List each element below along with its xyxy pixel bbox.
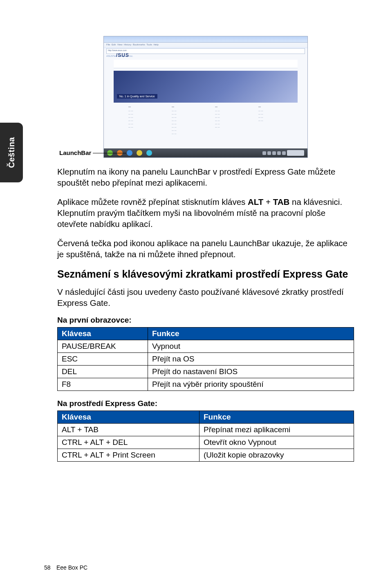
cell-key: CTRL + ALT + Print Screen — [58, 449, 199, 462]
table-row: CTRL + ALT + DEL Otevřít okno Vypnout — [58, 436, 354, 449]
hero-caption: No. 1 in Quality and Service — [117, 94, 157, 99]
launchbar-callout-label: LaunchBar — [59, 149, 91, 156]
th-key: Klávesa — [58, 328, 148, 340]
table-row: DEL Přejít do nastavení BIOS — [58, 366, 354, 378]
section-lead: V následující části jsou uvedeny často p… — [57, 286, 354, 308]
hero-banner: No. 1 in Quality and Service — [114, 71, 298, 103]
paragraph-2: Aplikace můžete rovněž přepínat stisknut… — [57, 196, 354, 229]
language-side-tab: Čeština — [0, 123, 23, 182]
launchbar-icon — [127, 150, 132, 156]
launchbar-icon — [137, 150, 142, 156]
tray-icon — [272, 151, 276, 155]
cell-key: CTRL + ALT + DEL — [58, 436, 199, 449]
tray-clock — [287, 150, 304, 156]
launchbar-icon — [146, 150, 152, 156]
browser-tabbar: ASUSTeK Computer Inc. — [104, 55, 307, 58]
cell-func: Otevřít okno Vypnout — [199, 436, 354, 449]
browser-window: File Edit View History Bookmarks Tools H… — [103, 36, 308, 158]
section-heading: Seznámení s klávesovými zkratkami prostř… — [57, 268, 354, 281]
shortcut-table-express-gate: Klávesa Funkce ALT + TAB Přepínat mezi a… — [57, 411, 354, 462]
p2-text-a: Aplikace můžete rovněž přepínat stisknut… — [57, 197, 248, 206]
cell-func: Přejít do nastavení BIOS — [148, 366, 354, 378]
launchbar-tray — [262, 150, 304, 156]
shortcut-table-first-screen: Klávesa Funkce PAUSE/BREAK Vypnout ESC P… — [57, 327, 354, 391]
cell-key: ALT + TAB — [58, 424, 199, 436]
cell-func: Přejít na OS — [148, 353, 354, 366]
tray-icon — [282, 151, 286, 155]
tray-icon — [262, 151, 266, 155]
browser-urlbar: http://www.asus.com — [106, 48, 305, 54]
p2-alt: ALT — [248, 197, 263, 206]
table-row: ESC Přejít na OS — [58, 353, 354, 366]
page-footer: 58 Eee Box PC — [44, 564, 87, 571]
col-2: —— —— —— —— —— —— —— —— — — [172, 105, 204, 135]
table-row: F8 Přejít na výběr priority spouštění — [58, 378, 354, 391]
paragraph-1: Klepnutím na ikony na panelu LaunchBar v… — [57, 166, 354, 188]
hero-topbar — [114, 60, 298, 68]
page-number: 58 — [44, 564, 55, 571]
tray-icon — [267, 151, 271, 155]
col-3: —— —— —— —— —— —— — — [215, 105, 248, 135]
asus-logo: /SUS — [116, 52, 129, 58]
col-4: —— —— —— —— — — [258, 105, 291, 135]
page-columns: —— —— —— —— —— —— — —— —— —— —— —— —— ——… — [128, 105, 291, 135]
footer-title: Eee Box PC — [56, 564, 87, 571]
cell-key: DEL — [58, 366, 148, 378]
screenshot-figure: File Edit View History Bookmarks Tools H… — [103, 36, 308, 158]
table-row: CTRL + ALT + Print Screen (Uložit kopie … — [58, 449, 354, 462]
cell-key: ESC — [58, 353, 148, 366]
browser-menubar: File Edit View History Bookmarks Tools H… — [104, 43, 307, 47]
launchbar-callout-line — [93, 153, 126, 153]
th-key: Klávesa — [58, 411, 199, 424]
tray-icon — [277, 151, 281, 155]
table-row: ALT + TAB Přepínat mezi aplikacemi — [58, 424, 354, 436]
table2-caption: Na prostředí Express Gate: — [57, 399, 354, 408]
cell-func: Vypnout — [148, 340, 354, 353]
paragraph-3: Červená tečka pod ikonou aplikace na pan… — [57, 238, 354, 260]
cell-key: PAUSE/BREAK — [58, 340, 148, 353]
cell-func: Přepínat mezi aplikacemi — [199, 424, 354, 436]
th-func: Funkce — [148, 328, 354, 340]
language-label: Čeština — [7, 137, 16, 168]
col-1: —— —— —— —— —— —— — — [128, 105, 161, 135]
page: Čeština File Edit View History Bookmarks… — [0, 0, 390, 588]
cell-func: Přejít na výběr priority spouštění — [148, 378, 354, 391]
cell-func: (Uložit kopie obrazovky — [199, 449, 354, 462]
launchbar — [104, 148, 307, 157]
window-titlebar — [104, 36, 307, 43]
th-func: Funkce — [199, 411, 354, 424]
p2-plus: + — [263, 197, 273, 206]
p2-tab: TAB — [273, 197, 290, 206]
cell-key: F8 — [58, 378, 148, 391]
table-row: PAUSE/BREAK Vypnout — [58, 340, 354, 353]
table1-caption: Na první obrazovce: — [57, 316, 354, 325]
